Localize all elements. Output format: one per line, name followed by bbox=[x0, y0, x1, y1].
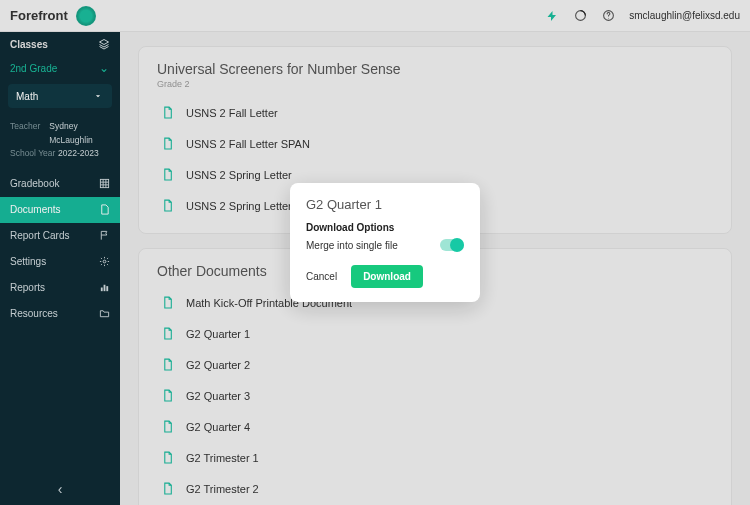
topbar: Forefront smclaughlin@felixsd.edu bbox=[0, 0, 750, 32]
doc-label: G2 Trimester 1 bbox=[186, 452, 259, 464]
meta-year-value: 2022-2023 bbox=[58, 147, 99, 161]
folder-icon bbox=[98, 308, 110, 320]
user-email[interactable]: smclaughlin@felixsd.edu bbox=[629, 10, 740, 21]
doc-row[interactable]: USNS 2 Fall Letter SPAN bbox=[157, 130, 713, 157]
sidebar-grade-label: 2nd Grade bbox=[10, 63, 57, 74]
panel-title: Universal Screeners for Number Sense bbox=[157, 61, 713, 77]
doc-list: Math Kick-Off Printable DocumentG2 Quart… bbox=[157, 289, 713, 505]
cancel-button[interactable]: Cancel bbox=[306, 271, 337, 282]
svg-point-4 bbox=[103, 260, 106, 263]
bar-chart-icon bbox=[98, 282, 110, 294]
doc-label: G2 Quarter 4 bbox=[186, 421, 250, 433]
document-icon bbox=[161, 136, 174, 151]
topbar-right: smclaughlin@felixsd.edu bbox=[545, 9, 740, 23]
document-icon bbox=[161, 388, 174, 403]
doc-label: G2 Quarter 1 bbox=[186, 328, 250, 340]
doc-label: G2 Quarter 3 bbox=[186, 390, 250, 402]
brand-logo-icon bbox=[76, 6, 96, 26]
sidebar-item-label: Documents bbox=[10, 204, 61, 215]
sidebar-item-documents[interactable]: Documents bbox=[0, 197, 120, 223]
flag-icon bbox=[98, 230, 110, 242]
sidebar-meta: Teacher Sydney McLaughlin School Year 20… bbox=[0, 116, 120, 171]
document-icon bbox=[161, 326, 174, 341]
svg-rect-7 bbox=[106, 286, 108, 291]
doc-label: USNS 2 Spring Letter bbox=[186, 169, 292, 181]
sidebar-classes[interactable]: Classes bbox=[0, 32, 120, 56]
document-icon bbox=[161, 450, 174, 465]
sidebar-item-label: Settings bbox=[10, 256, 46, 267]
svg-rect-5 bbox=[100, 288, 102, 292]
doc-row[interactable]: G2 Quarter 4 bbox=[157, 413, 713, 440]
doc-label: G2 Trimester 2 bbox=[186, 483, 259, 495]
document-icon bbox=[161, 419, 174, 434]
sidebar-item-resources[interactable]: Resources bbox=[0, 301, 120, 327]
meta-teacher-value: Sydney McLaughlin bbox=[49, 120, 110, 147]
download-button[interactable]: Download bbox=[351, 265, 423, 288]
download-modal: G2 Quarter 1 Download Options Merge into… bbox=[290, 183, 480, 302]
sidebar-item-label: Reports bbox=[10, 282, 45, 293]
doc-row[interactable]: G2 Quarter 2 bbox=[157, 351, 713, 378]
sidebar-classes-label: Classes bbox=[10, 39, 48, 50]
brand-name: Forefront bbox=[10, 8, 68, 23]
sidebar-grade[interactable]: 2nd Grade ⌄ bbox=[0, 56, 120, 80]
document-icon bbox=[161, 105, 174, 120]
modal-title: G2 Quarter 1 bbox=[306, 197, 464, 212]
sidebar-subject-label: Math bbox=[16, 91, 38, 102]
bolt-icon[interactable] bbox=[545, 9, 559, 23]
document-icon bbox=[161, 167, 174, 182]
doc-row[interactable]: G2 Trimester 1 bbox=[157, 444, 713, 471]
doc-row[interactable]: G2 Trimester 2 bbox=[157, 475, 713, 502]
sidebar-item-gradebook[interactable]: Gradebook bbox=[0, 171, 120, 197]
help-icon[interactable] bbox=[601, 9, 615, 23]
caret-down-icon bbox=[92, 90, 104, 102]
modal-section-label: Download Options bbox=[306, 222, 464, 233]
panel-subtitle: Grade 2 bbox=[157, 79, 713, 89]
sidebar-item-label: Gradebook bbox=[10, 178, 59, 189]
document-icon bbox=[161, 357, 174, 372]
chevron-down-icon: ⌄ bbox=[98, 62, 110, 74]
document-icon bbox=[161, 295, 174, 310]
merge-toggle[interactable] bbox=[440, 239, 464, 251]
gear-icon bbox=[98, 256, 110, 268]
sidebar-item-reports[interactable]: Reports bbox=[0, 275, 120, 301]
doc-label: G2 Quarter 2 bbox=[186, 359, 250, 371]
meta-teacher-label: Teacher bbox=[10, 120, 49, 147]
sidebar-subject-selector[interactable]: Math bbox=[8, 84, 112, 108]
doc-row[interactable]: USNS 2 Fall Letter bbox=[157, 99, 713, 126]
meta-year-label: School Year bbox=[10, 147, 58, 161]
sidebar-item-label: Resources bbox=[10, 308, 58, 319]
chevron-left-icon: ‹ bbox=[54, 483, 66, 495]
document-icon bbox=[98, 204, 110, 216]
modal-actions: Cancel Download bbox=[306, 265, 464, 288]
sidebar-item-label: Report Cards bbox=[10, 230, 69, 241]
grid-icon bbox=[98, 178, 110, 190]
svg-point-2 bbox=[608, 18, 609, 19]
doc-row[interactable]: G2 Quarter 1 bbox=[157, 320, 713, 347]
sidebar-collapse[interactable]: ‹ bbox=[0, 473, 120, 505]
doc-label: USNS 2 Fall Letter bbox=[186, 107, 278, 119]
progress-icon[interactable] bbox=[573, 9, 587, 23]
doc-label: USNS 2 Fall Letter SPAN bbox=[186, 138, 310, 150]
svg-rect-3 bbox=[100, 180, 108, 188]
document-icon bbox=[161, 481, 174, 496]
document-icon bbox=[161, 198, 174, 213]
sidebar: Classes 2nd Grade ⌄ Math Teacher Sydney … bbox=[0, 32, 120, 505]
toggle-label: Merge into single file bbox=[306, 240, 398, 251]
doc-row[interactable]: G2 Quarter 3 bbox=[157, 382, 713, 409]
toggle-row: Merge into single file bbox=[306, 239, 464, 251]
svg-rect-6 bbox=[103, 285, 105, 291]
sidebar-item-settings[interactable]: Settings bbox=[0, 249, 120, 275]
sidebar-item-report-cards[interactable]: Report Cards bbox=[0, 223, 120, 249]
layers-icon bbox=[98, 38, 110, 50]
